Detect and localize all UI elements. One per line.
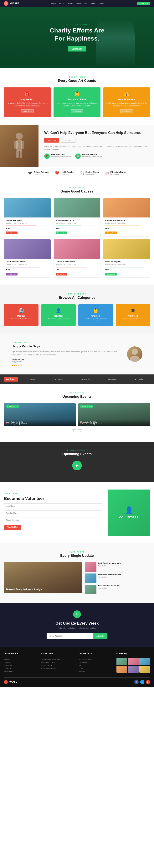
newsletter-subscribe-button[interactable]: Subscribe [93, 633, 107, 639]
footer-link-3-4[interactable]: Contact [79, 668, 112, 670]
nav-events[interactable]: Events [76, 2, 81, 4]
events-prev-button[interactable]: ← [72, 429, 76, 434]
hero-section: CHARITY EFFORTS Charity Efforts AreFor H… [0, 7, 154, 68]
volunteer-name-input[interactable] [4, 503, 102, 509]
help-learn-button[interactable]: Learn More [61, 138, 75, 143]
footer-info-2: New York NY 10016 [42, 661, 75, 663]
gallery-item-4[interactable] [117, 666, 127, 673]
footer-gallery [117, 658, 150, 673]
blog-grid: Blessed Every darkness Sunlight April Sm… [4, 562, 150, 595]
cause-btn-2[interactable]: Donate Now [56, 231, 67, 235]
act-card-btn-1[interactable]: Read More [21, 109, 34, 113]
blog-side-date-1: April 27, 2018 [98, 565, 121, 567]
gallery-item-6[interactable] [139, 666, 150, 673]
volunteer-phone-input[interactable] [4, 518, 102, 523]
event-badge-1: 🗓 Aug 27 2018 [6, 405, 19, 408]
cause-progress-fill-3 [105, 225, 139, 226]
help-donate-button[interactable]: Donate Now [44, 138, 59, 143]
help-feature-text-2: Medical Service Far far away, behind the… [82, 154, 102, 161]
footer-col-title-4: Our Gallery [117, 652, 150, 656]
cat-title-4: Advanced [120, 315, 147, 317]
footer-link-1-2[interactable]: Services [4, 661, 37, 663]
gallery-item-2[interactable] [128, 658, 138, 665]
nav-about[interactable]: About [59, 2, 64, 4]
footer-link-3-1[interactable]: Terms & Conditions [79, 658, 112, 660]
categories-section: OUR CATEGORY Browse All Categories 🏥 Med… [0, 285, 154, 334]
cause-progress-bar-4 [6, 267, 49, 268]
help-buttons: Donate Now Learn More [44, 138, 148, 143]
footer-link-3-3[interactable]: FAQ [79, 664, 112, 666]
event-img-2: 🗓 Sep 10 2018 Clean Voice for Child 📍 Ne… [78, 403, 150, 426]
footer-link-1-5[interactable]: Privacy Policy [4, 671, 37, 673]
cause-btn-3[interactable]: Donate Now [105, 231, 117, 235]
help-feature-title-1: Free Education [51, 154, 71, 156]
footer-link-1-1[interactable]: About Us [4, 658, 37, 660]
help-feature-desc-2: Far far away, behind the word [82, 156, 102, 158]
event-info-2: Clean Voice for Child 📍 New York, USA 🕐 … [78, 420, 150, 426]
footer-link-3-2[interactable]: Privacy Policy [79, 661, 112, 663]
act-card-btn-2[interactable]: Read More [71, 109, 83, 113]
cause-btn-4[interactable]: Donate Now [6, 273, 18, 276]
footer-link-1-4[interactable]: Contact Us [4, 668, 37, 670]
blog-side-item-1[interactable]: April Smith an baby bath April 27, 2018 [85, 562, 150, 572]
donor-logo-5: ◆ Brand5 [135, 378, 143, 380]
cat-card-2[interactable]: 👤 Volunteer Far far away, behind the wor… [41, 304, 76, 326]
play-button[interactable]: ▶ [72, 461, 82, 470]
help-feature-desc-1: Far far away, behind the word [51, 156, 71, 158]
newsletter-email-input[interactable] [47, 633, 93, 639]
help-content: We Can't Help Everyone But Everyone Can … [38, 125, 154, 167]
stat-title-2: Health Service [61, 171, 74, 173]
nav-home[interactable]: Home [51, 2, 56, 4]
cause-raised-4: Raised: $2,400 [6, 264, 16, 266]
blog-side-item-3[interactable]: Bill Grant the Place Tour April 20, 2018 [85, 585, 150, 594]
gallery-item-1[interactable] [117, 658, 127, 665]
nav-causes[interactable]: Causes [67, 2, 73, 4]
act-card-btn-3[interactable]: Read More [120, 109, 133, 113]
stat-title-4: Education Books [110, 171, 126, 173]
cause-goal-4: Goal: $3,000 [18, 264, 27, 266]
donor-logos: ✦ Brand1 ◈ Brand2 ◉ Brand3 ▣ Brand4 ◆ Br… [21, 378, 150, 380]
cat-card-4[interactable]: 🎓 Advanced Far far away, behind the word… [116, 304, 150, 326]
gallery-item-3[interactable] [139, 658, 150, 665]
cause-progress-bar-5 [56, 267, 98, 268]
volunteer-email-input[interactable] [4, 510, 102, 516]
categories-title: Browse All Categories [4, 296, 150, 300]
events-next-button[interactable]: → [78, 429, 82, 434]
volunteer-img-placeholder: 👤 VOLUNTEER [108, 490, 150, 536]
stat-title-3: Medical Check [85, 171, 99, 173]
nav-contact[interactable]: Contact [99, 2, 105, 4]
nav-donate-button[interactable]: Donate Now [137, 2, 150, 5]
cause-raised-5: Raised: $2,160 [56, 264, 66, 266]
stat-4: 📖 Education Books Far far away [105, 171, 126, 175]
cause-btn-6[interactable]: Donate Now [105, 273, 117, 276]
footer-link-1-3[interactable]: Testimonial [4, 664, 37, 666]
cat-card-1[interactable]: 🏥 Medical Far far away, behind the word … [4, 304, 38, 326]
medical-icon: 🏥 [75, 154, 81, 159]
nav-pages[interactable]: Pages [91, 2, 96, 4]
svg-rect-2 [14, 141, 18, 149]
cause-progress-fill-2 [56, 225, 81, 226]
act-card-icon-1: 🎁 [6, 91, 48, 97]
donor-logo-4: ▣ Brand4 [108, 378, 117, 380]
cause-btn-1[interactable]: Donate Now [6, 231, 18, 235]
blog-side-item-2[interactable]: Fine objective Renew fire April 25, 2018 [85, 574, 150, 583]
facebook-icon[interactable]: f [134, 680, 138, 684]
footer-col-3: Destination Us Terms & Conditions Privac… [79, 652, 112, 674]
nav-blog[interactable]: Blog [84, 2, 87, 4]
help-feature-1: 📚 Free Education Far far away, behind th… [44, 154, 71, 161]
footer-link-3-5[interactable]: Sitemap [79, 671, 112, 673]
blog-main-image[interactable]: Blessed Every darkness Sunlight [4, 562, 82, 593]
cat-card-3[interactable]: 👶 Children Far far away, behind the word… [78, 304, 113, 326]
nav-logo[interactable]: N NUSAFE [4, 1, 19, 6]
footer-col-title-2: Contact Info [42, 652, 75, 656]
hero-donate-button[interactable]: Donate Now [68, 46, 86, 52]
youtube-icon[interactable]: ▶ [146, 680, 150, 684]
cause-body-3: Clothes For Everyone Raised: $2,400 Goal… [103, 217, 150, 236]
footer-col-title-3: Destination Us [79, 652, 112, 656]
newsletter-section: ✉ Get Update Every Week Get digital mark… [0, 603, 154, 647]
twitter-icon[interactable]: t [140, 680, 144, 684]
cause-btn-5[interactable]: Donate Now [56, 273, 67, 276]
gallery-item-5[interactable] [128, 666, 138, 673]
cause-percent-4: 80% [6, 269, 49, 271]
volunteer-submit-button[interactable]: Sign Up Now [4, 525, 21, 530]
